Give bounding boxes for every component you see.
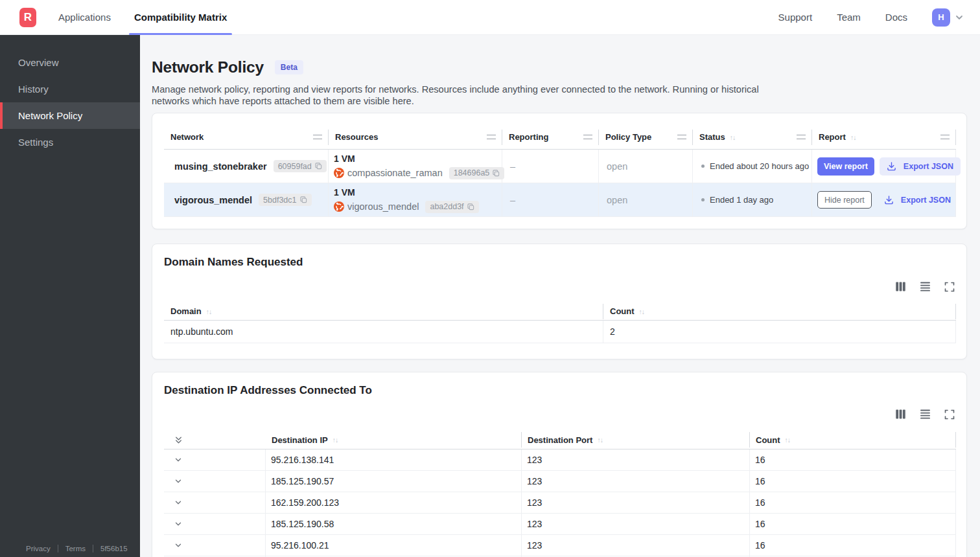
- domain-row[interactable]: ntp.ubuntu.com 2: [164, 321, 956, 343]
- description-line-2: networks which have reports attached to …: [152, 96, 967, 108]
- destination-port-cell: 123: [522, 535, 750, 556]
- hide-report-button[interactable]: Hide report: [817, 191, 872, 209]
- sort-icon[interactable]: ↑↓: [332, 436, 338, 444]
- drag-handle-icon[interactable]: [797, 135, 806, 139]
- col-header-destination-port[interactable]: Destination Port↑↓: [522, 431, 750, 449]
- chevron-down-icon[interactable]: [174, 541, 183, 550]
- copy-icon[interactable]: [467, 203, 474, 210]
- destination-ip-cell: 162.159.200.123: [266, 492, 522, 513]
- resource-id-pill[interactable]: 184696a5: [449, 167, 505, 179]
- network-row[interactable]: vigorous_mendel 5bdf3dc1 1 VM vigorous_m…: [164, 183, 956, 217]
- expand-all-header[interactable]: [164, 431, 266, 449]
- col-header-reporting[interactable]: Reporting: [502, 125, 599, 149]
- sort-icon[interactable]: ↑↓: [206, 308, 212, 315]
- network-name: vigorous_mendel: [174, 195, 252, 205]
- sort-icon[interactable]: ↑↓: [730, 133, 736, 141]
- sidebar-item-settings[interactable]: Settings: [0, 129, 140, 155]
- sort-icon[interactable]: ↑↓: [639, 308, 645, 315]
- view-report-button[interactable]: View report: [817, 157, 874, 176]
- chevron-down-icon[interactable]: [174, 455, 183, 464]
- destination-row[interactable]: 95.216.100.21 123 16: [164, 535, 956, 556]
- expand-row-cell[interactable]: [164, 449, 266, 470]
- sort-icon[interactable]: ↑↓: [850, 133, 856, 141]
- avatar[interactable]: H: [932, 8, 950, 27]
- export-json-button[interactable]: Export JSON: [877, 191, 958, 209]
- drag-handle-icon[interactable]: [487, 135, 496, 139]
- chevron-down-icon[interactable]: [174, 498, 183, 507]
- beta-badge: Beta: [275, 60, 303, 74]
- top-navbar: R Applications Compatibility Matrix Supp…: [0, 0, 980, 35]
- tab-compatibility-matrix[interactable]: Compatibility Matrix: [134, 0, 227, 35]
- networks-table: Network Resources Reporting Policy Type …: [164, 125, 956, 217]
- network-name: musing_stonebraker: [174, 161, 267, 172]
- sidebar-item-overview[interactable]: Overview: [0, 49, 140, 76]
- fullscreen-icon[interactable]: [944, 409, 955, 420]
- sort-icon[interactable]: ↑↓: [785, 436, 791, 444]
- nav-right: Support Team Docs H: [778, 8, 964, 27]
- col-header-report[interactable]: Report↑↓: [812, 125, 956, 149]
- drag-handle-icon[interactable]: [677, 135, 686, 139]
- networks-card: Network Resources Reporting Policy Type …: [152, 113, 967, 229]
- chevron-down-icon[interactable]: [174, 477, 183, 486]
- col-header-count[interactable]: Count↑↓: [750, 431, 956, 449]
- nav-link-team[interactable]: Team: [837, 12, 861, 23]
- expand-row-cell[interactable]: [164, 535, 266, 556]
- sort-icon[interactable]: ↑↓: [597, 436, 603, 444]
- copy-icon[interactable]: [315, 163, 322, 170]
- terms-link[interactable]: Terms: [65, 545, 86, 552]
- expand-row-cell[interactable]: [164, 514, 266, 534]
- export-json-button[interactable]: Export JSON: [880, 157, 961, 176]
- reporting-cell: –: [502, 183, 599, 216]
- network-id-pill[interactable]: 5bdf3dc1: [259, 194, 311, 206]
- destination-port-cell: 123: [522, 471, 750, 492]
- nav-link-docs[interactable]: Docs: [885, 12, 907, 23]
- col-header-policy-type[interactable]: Policy Type: [599, 125, 693, 149]
- destination-row[interactable]: 95.216.138.141 123 16: [164, 449, 956, 471]
- sidebar-item-network-policy[interactable]: Network Policy: [0, 102, 140, 129]
- columns-icon[interactable]: [895, 409, 906, 420]
- expand-row-cell[interactable]: [164, 471, 266, 492]
- destinations-table: Destination IP↑↓ Destination Port↑↓ Coun…: [164, 431, 956, 557]
- col-header-status[interactable]: Status↑↓: [693, 125, 812, 149]
- network-id-pill[interactable]: 60959fad: [274, 160, 327, 172]
- expand-row-cell[interactable]: [164, 492, 266, 513]
- vm-count: 1 VM: [334, 187, 355, 198]
- tab-applications[interactable]: Applications: [58, 0, 111, 35]
- row-density-icon[interactable]: [920, 281, 931, 292]
- status-dot: [701, 165, 705, 168]
- resources-cell: 1 VM vigorous_mendel aba2dd3f: [329, 183, 502, 216]
- fullscreen-icon[interactable]: [944, 282, 955, 292]
- col-header-destination-ip[interactable]: Destination IP↑↓: [266, 431, 522, 449]
- nav-link-support[interactable]: Support: [778, 12, 813, 23]
- col-header-network[interactable]: Network: [164, 125, 329, 149]
- drag-handle-icon[interactable]: [940, 135, 950, 139]
- double-chevron-down-icon[interactable]: [174, 435, 183, 445]
- sidebar-item-history[interactable]: History: [0, 76, 140, 102]
- network-row[interactable]: musing_stonebraker 60959fad 1 VM compass…: [164, 150, 956, 183]
- reporting-cell: –: [502, 150, 599, 183]
- col-header-resources[interactable]: Resources: [329, 125, 502, 149]
- destination-row[interactable]: 162.159.200.123 123 16: [164, 492, 956, 514]
- app-logo[interactable]: R: [19, 8, 36, 27]
- drag-handle-icon[interactable]: [313, 135, 322, 139]
- destination-row[interactable]: 185.125.190.57 123 16: [164, 471, 956, 492]
- col-header-domain[interactable]: Domain↑↓: [164, 302, 603, 320]
- network-name-cell: vigorous_mendel 5bdf3dc1: [164, 183, 329, 216]
- domains-table: Domain↑↓ Count↑↓ ntp.ubuntu.com 2: [164, 302, 956, 343]
- status-dot: [701, 198, 705, 201]
- columns-icon[interactable]: [895, 281, 906, 292]
- table-toolbar: [164, 409, 955, 420]
- destination-ip-cell: 95.216.138.141: [266, 449, 522, 470]
- copy-icon[interactable]: [300, 196, 307, 203]
- user-menu[interactable]: H: [932, 8, 964, 27]
- col-header-count[interactable]: Count↑↓: [603, 302, 956, 320]
- destination-row[interactable]: 185.125.190.58 123 16: [164, 514, 956, 535]
- table-toolbar: [164, 281, 955, 292]
- resource-id-pill[interactable]: aba2dd3f: [425, 201, 478, 213]
- drag-handle-icon[interactable]: [583, 135, 592, 139]
- row-density-icon[interactable]: [920, 409, 931, 420]
- chevron-down-icon[interactable]: [174, 519, 183, 529]
- privacy-link[interactable]: Privacy: [26, 545, 51, 552]
- destination-ip-cell: 185.125.190.57: [266, 471, 522, 492]
- copy-icon[interactable]: [493, 170, 500, 177]
